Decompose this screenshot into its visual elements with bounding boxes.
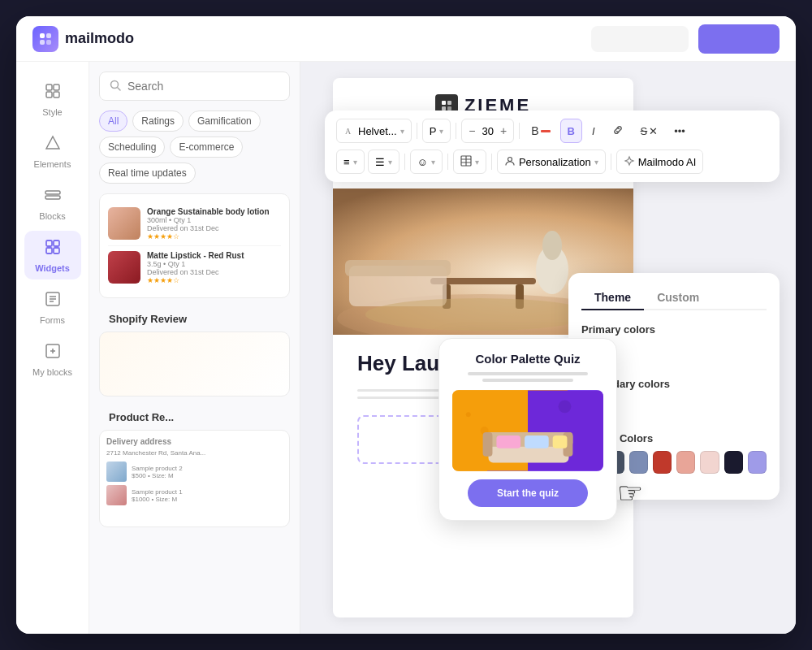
ordered-list-icon: ≡ (343, 156, 350, 168)
ai-icon (624, 155, 635, 169)
svg-rect-53 (553, 436, 568, 448)
logo-icon (32, 26, 58, 52)
personalization-label: Personalization (519, 156, 591, 168)
unordered-list-picker[interactable]: ☰ ▾ (368, 150, 400, 174)
svg-rect-34 (345, 260, 451, 276)
strikethrough-button[interactable]: S ✕ (634, 119, 665, 143)
chevron-down-icon: ▾ (400, 127, 404, 136)
sep-7 (611, 154, 611, 170)
person-icon (504, 155, 516, 169)
shopify-item-2: Matte Lipstick - Red Rust 3.5g • Qty 1De… (108, 246, 281, 289)
svg-rect-51 (496, 436, 520, 448)
svg-rect-9 (45, 191, 60, 194)
search-icon (110, 80, 121, 93)
sidebar-item-elements[interactable]: Elements (24, 127, 81, 176)
svg-marker-8 (46, 136, 59, 149)
filter-gamification[interactable]: Gamification (188, 110, 261, 132)
recent-swatch-5[interactable] (700, 451, 719, 474)
shopify-widget-card[interactable]: Orange Sustainable body lotion 300ml • Q… (99, 193, 290, 298)
top-bar-field[interactable] (591, 26, 689, 52)
filter-ratings[interactable]: Ratings (132, 110, 184, 132)
chevron-3: ▾ (353, 158, 357, 167)
quiz-card-floating: Color Palette Quiz (438, 338, 617, 521)
forms-label: Forms (40, 315, 65, 325)
recent-swatch-2[interactable] (629, 451, 648, 474)
search-box[interactable] (99, 72, 290, 101)
widgets-label: Widgets (35, 263, 70, 273)
filter-realtime[interactable]: Real time updates (99, 162, 196, 184)
font-icon: A (343, 125, 355, 136)
more-button[interactable]: ••• (667, 119, 692, 143)
svg-rect-23 (447, 101, 451, 105)
bold-button[interactable]: B (560, 119, 582, 143)
top-bar-right (591, 24, 780, 54)
recent-swatch-7[interactable] (748, 451, 767, 474)
elements-label: Elements (34, 159, 71, 169)
filter-ecommerce[interactable]: E-commerce (170, 136, 243, 158)
widget-list: Orange Sustainable body lotion 300ml • Q… (89, 193, 300, 634)
font-size-value: 30 (482, 125, 494, 137)
sidebar-item-widgets[interactable]: Widgets (24, 231, 81, 280)
quiz-widget-card[interactable] (99, 332, 290, 396)
quiz-title: Color Palette Quiz (452, 352, 603, 366)
publish-button[interactable] (698, 24, 780, 54)
personalization-picker[interactable]: Personalization ▾ (497, 150, 606, 174)
paragraph-style: P (430, 125, 437, 137)
product-stars-1: ★★★★☆ (147, 232, 281, 240)
recent-swatch-6[interactable] (724, 451, 743, 474)
product-name-1: Orange Sustainable body lotion (147, 207, 281, 216)
chevron-4: ▾ (388, 158, 392, 167)
text-color-button[interactable]: B (525, 119, 556, 143)
product-meta-1: 300ml • Qty 1Delivered on 31st Dec (147, 216, 281, 232)
text-color-label: B (531, 124, 538, 137)
shopify-info-2: Matte Lipstick - Red Rust 3.5g • Qty 1De… (147, 251, 281, 284)
cross-icon: ✕ (649, 125, 658, 137)
quiz-start-button[interactable]: Start the quiz (468, 479, 589, 507)
filter-scheduling[interactable]: Scheduling (99, 136, 165, 158)
color-tab-custom[interactable]: Custom (644, 286, 712, 310)
quiz-image (452, 390, 603, 471)
svg-rect-13 (46, 248, 52, 254)
paragraph-picker[interactable]: P ▾ (422, 119, 451, 143)
recent-swatch-3[interactable] (653, 451, 672, 474)
emoji-picker[interactable]: ☺ ▾ (410, 150, 443, 174)
font-picker[interactable]: A Helvet... ▾ (336, 119, 412, 143)
svg-rect-6 (46, 92, 52, 98)
sidebar-item-style[interactable]: Style (24, 75, 81, 124)
chevron-down-icon-2: ▾ (439, 127, 443, 136)
svg-text:A: A (345, 127, 352, 136)
svg-point-46 (559, 400, 572, 413)
svg-rect-4 (46, 84, 52, 90)
color-tab-theme[interactable]: Theme (581, 286, 644, 310)
italic-button[interactable]: I (585, 119, 602, 143)
link-icon (611, 124, 624, 139)
sep-3 (519, 123, 520, 139)
ordered-list-picker[interactable]: ≡ ▾ (336, 150, 365, 174)
svg-rect-12 (54, 240, 59, 246)
svg-rect-22 (442, 101, 446, 105)
ai-tool[interactable]: Mailmodo AI (616, 150, 704, 174)
quiz-line-1 (468, 372, 589, 375)
sep-2 (456, 123, 456, 139)
svg-point-35 (365, 298, 593, 331)
search-input[interactable] (127, 80, 279, 93)
font-size-control[interactable]: − 30 + (461, 119, 514, 143)
recent-swatch-4[interactable] (676, 451, 695, 474)
font-size-increase[interactable]: + (500, 124, 507, 137)
sidebar-item-forms[interactable]: Forms (24, 283, 81, 332)
link-button[interactable] (605, 119, 631, 143)
sidebar-item-blocks[interactable]: Blocks (24, 179, 81, 228)
product-meta-2: 3.5g • Qty 1Delivered on 31st Dec (147, 260, 281, 276)
font-size-decrease[interactable]: − (469, 124, 475, 137)
shopify-info-1: Orange Sustainable body lotion 300ml • Q… (147, 207, 281, 240)
sidebar-item-myblocks[interactable]: My blocks (24, 335, 81, 384)
filter-all[interactable]: All (99, 110, 127, 132)
table-picker[interactable]: ▾ (453, 150, 486, 174)
product-image-2 (108, 251, 140, 284)
shopify-widget-label: Shopify Review (99, 306, 290, 332)
widget-panel: All Ratings Gamification Scheduling E-co… (89, 62, 300, 634)
strikethrough-icon: S (641, 125, 648, 137)
myblocks-label: My blocks (32, 367, 72, 377)
order-widget-card[interactable]: Delivery address 2712 Manchester Rd, San… (99, 430, 290, 527)
svg-rect-1 (46, 33, 51, 38)
